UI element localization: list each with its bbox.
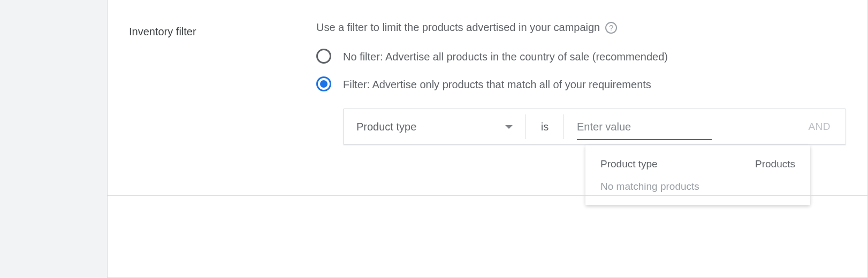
radio-unchecked-icon — [316, 49, 331, 64]
filter-field-value: Product type — [356, 121, 416, 133]
radio-checked-icon — [316, 76, 331, 91]
chevron-down-icon — [505, 125, 513, 129]
dropdown-col-products: Products — [755, 158, 795, 170]
section-body: Use a filter to limit the products adver… — [316, 21, 846, 145]
section-title: Inventory filter — [129, 21, 316, 145]
filter-operator: is — [526, 109, 564, 144]
input-focus-underline — [577, 139, 712, 140]
dropdown-col-type: Product type — [600, 158, 658, 170]
settings-card: Inventory filter Use a filter to limit t… — [107, 0, 868, 278]
and-button[interactable]: AND — [725, 109, 846, 144]
inventory-filter-section: Inventory filter Use a filter to limit t… — [108, 0, 867, 145]
filter-field-select[interactable]: Product type — [344, 109, 526, 144]
dropdown-empty-message: No matching products — [600, 181, 795, 192]
filter-value-wrap — [564, 109, 725, 144]
section-divider — [108, 195, 867, 196]
help-icon[interactable]: ? — [605, 22, 617, 34]
section-description: Use a filter to limit the products adver… — [316, 21, 600, 34]
value-dropdown-panel: Product type Products No matching produc… — [585, 145, 810, 205]
radio-filter[interactable]: Filter: Advertise only products that mat… — [316, 76, 846, 91]
dropdown-header: Product type Products — [600, 158, 795, 170]
filter-value-input[interactable] — [577, 116, 712, 137]
filter-builder-row: Product type is AND Product type Product… — [343, 109, 846, 145]
section-description-row: Use a filter to limit the products adver… — [316, 21, 846, 34]
radio-no-filter-label: No filter: Advertise all products in the… — [343, 50, 668, 63]
radio-no-filter[interactable]: No filter: Advertise all products in the… — [316, 49, 846, 64]
radio-filter-label: Filter: Advertise only products that mat… — [343, 78, 651, 91]
